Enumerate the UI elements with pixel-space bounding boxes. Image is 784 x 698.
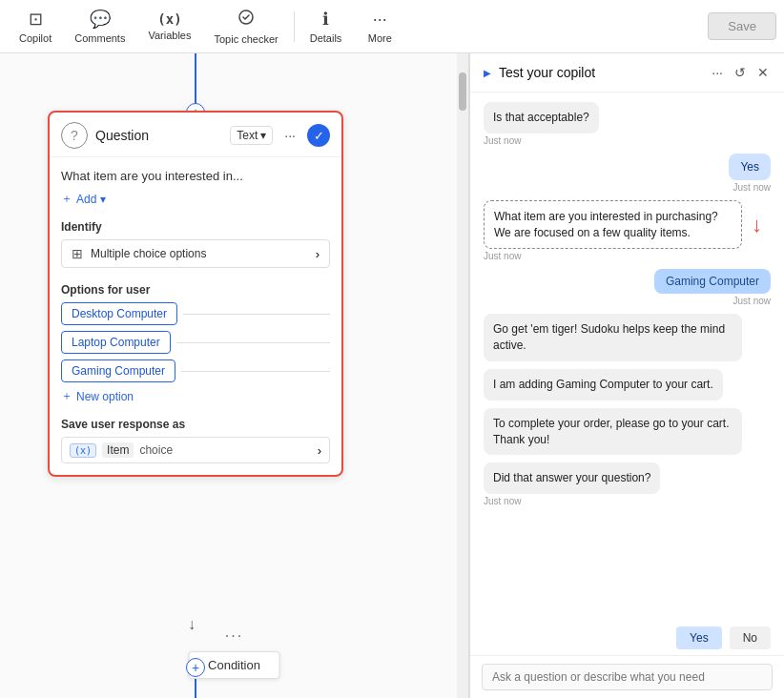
option-laptop[interactable]: Laptop Computer <box>61 331 171 354</box>
canvas-arrow-down: ↓ <box>188 616 196 633</box>
new-option-button[interactable]: ＋ New option <box>61 388 330 404</box>
chat-message-2: Yes Just now <box>729 154 771 193</box>
option-gaming[interactable]: Gaming Computer <box>61 359 175 382</box>
toolbar-more-label: More <box>368 32 392 44</box>
copilot-menu-button[interactable]: ··· <box>710 63 725 82</box>
option-desktop[interactable]: Desktop Computer <box>61 302 177 325</box>
topic-checker-icon <box>237 9 255 31</box>
toolbar-details-label: Details <box>310 32 342 44</box>
add-button[interactable]: ＋ Add ▾ <box>61 191 330 207</box>
chat-message-7: To complete your order, please go to you… <box>484 408 742 456</box>
add-label: Add <box>76 193 96 206</box>
chat-timestamp-4: Just now <box>654 296 771 306</box>
chat-message-5: Go get 'em tiger! Sudoku helps keep the … <box>484 314 742 361</box>
condition-label: Condition <box>208 658 260 672</box>
question-title: Question <box>95 128 222 143</box>
canvas-scrollbar[interactable] <box>457 53 468 698</box>
question-more-button[interactable]: ··· <box>280 126 299 145</box>
question-card: ? Question Text ▾ ··· ✓ What item are yo… <box>48 111 343 477</box>
chat-bubble-8: Did that answer your question? <box>484 462 660 494</box>
toolbar-copilot-label: Copilot <box>19 32 52 44</box>
save-response-section: Save user response as (x) Item choice › <box>61 418 330 463</box>
copilot-header: ▶ Test your copilot ··· ↺ ✕ <box>470 53 784 92</box>
toolbar-divider <box>294 11 295 42</box>
chat-bubble-1: Is that acceptable? <box>484 102 599 133</box>
question-type-button[interactable]: Text ▾ <box>230 126 273 145</box>
toolbar: ⊡ Copilot 💬 Comments (x) Variables Topic… <box>0 0 784 53</box>
main-area: + ? Question Text ▾ ··· ✓ What item are … <box>0 53 784 698</box>
chat-timestamp-2: Just now <box>729 182 771 193</box>
toolbar-comments[interactable]: 💬 Comments <box>63 5 136 48</box>
copilot-header-actions: ··· ↺ ✕ <box>710 63 771 82</box>
copilot-refresh-button[interactable]: ↺ <box>732 63 748 82</box>
add-node-bottom-button[interactable]: + <box>186 658 205 677</box>
copilot-icon: ⊡ <box>29 9 43 30</box>
add-chevron-icon: ▾ <box>100 193 106 206</box>
question-card-header: ? Question Text ▾ ··· ✓ <box>50 113 341 157</box>
identify-section-label: Identify <box>61 220 330 234</box>
connector-top <box>195 53 196 111</box>
no-button[interactable]: No <box>730 626 771 649</box>
option-item-3: Gaming Computer <box>61 359 330 382</box>
option-line-1 <box>183 314 330 315</box>
identify-inner: ⊞ Multiple choice options <box>72 246 206 261</box>
option-line-2 <box>176 342 330 343</box>
add-node-bottom-icon: + <box>192 660 199 675</box>
yes-button[interactable]: Yes <box>676 626 722 649</box>
option-item-1: Desktop Computer <box>61 302 330 325</box>
question-check-icon: ✓ <box>307 124 330 147</box>
canvas-scrollbar-thumb <box>459 72 466 111</box>
question-text: What item are you interested in... <box>61 169 330 183</box>
red-arrow-icon: ↓ <box>752 210 762 239</box>
item-tag: Item <box>102 442 134 458</box>
chat-bubble-2: Yes <box>729 154 771 180</box>
plus-icon: ＋ <box>61 191 72 207</box>
copilot-panel: ▶ Test your copilot ··· ↺ ✕ Is that acce… <box>469 53 784 698</box>
choice-tag: choice <box>139 443 173 457</box>
chat-message-8: Did that answer your question? Just now <box>484 462 660 506</box>
details-icon: ℹ <box>322 9 329 30</box>
chat-bubble-6: I am adding Gaming Computer to your cart… <box>484 369 723 400</box>
copilot-panel-title: Test your copilot <box>499 65 702 80</box>
identify-box[interactable]: ⊞ Multiple choice options › <box>61 239 330 268</box>
identify-chevron-icon: › <box>316 247 320 261</box>
multiple-choice-label: Multiple choice options <box>91 247 206 260</box>
chat-messages: Is that acceptable? Just now Yes Just no… <box>470 92 784 619</box>
comments-icon: 💬 <box>90 9 111 30</box>
variable-icon: (x) <box>70 443 96 458</box>
question-icon: ? <box>61 122 88 149</box>
save-response-chevron-icon: › <box>318 443 321 458</box>
save-response-label: Save user response as <box>61 418 330 431</box>
toolbar-comments-label: Comments <box>74 32 125 44</box>
new-option-label: New option <box>76 390 134 403</box>
chat-input[interactable] <box>482 664 773 690</box>
chat-bubble-4: Gaming Computer <box>654 269 771 294</box>
save-response-inner: (x) Item choice <box>70 442 173 458</box>
question-type-label: Text <box>237 129 258 142</box>
copilot-collapse-icon[interactable]: ▶ <box>484 68 491 78</box>
chat-timestamp-1: Just now <box>484 135 599 146</box>
chat-bubble-3: What item are you interested in purchasi… <box>484 200 742 250</box>
option-line-3 <box>181 371 330 372</box>
toolbar-topic-checker-label: Topic checker <box>214 33 278 45</box>
toolbar-more[interactable]: ··· More <box>353 6 406 48</box>
option-item-2: Laptop Computer <box>61 331 330 354</box>
chat-message-4: Gaming Computer Just now <box>654 269 771 306</box>
chat-yn-row: Yes No <box>470 619 784 655</box>
chat-message-6: I am adding Gaming Computer to your cart… <box>484 369 723 400</box>
new-option-plus-icon: ＋ <box>61 388 72 404</box>
chat-timestamp-3: Just now <box>484 251 742 261</box>
toolbar-copilot[interactable]: ⊡ Copilot <box>8 5 63 48</box>
copilot-close-button[interactable]: ✕ <box>755 63 771 82</box>
more-dots: ··· <box>225 627 243 645</box>
toolbar-variables[interactable]: (x) Variables <box>136 8 202 45</box>
toolbar-topic-checker[interactable]: Topic checker <box>202 5 289 49</box>
toolbar-variables-label: Variables <box>148 30 191 41</box>
chat-message-1: Is that acceptable? Just now <box>484 102 599 146</box>
question-body: What item are you interested in... ＋ Add… <box>50 157 341 475</box>
chevron-down-icon: ▾ <box>260 129 266 142</box>
save-button[interactable]: Save <box>708 12 776 40</box>
chat-message-3: What item are you interested in purchasi… <box>484 200 742 262</box>
save-response-box[interactable]: (x) Item choice › <box>61 437 330 463</box>
toolbar-details[interactable]: ℹ Details <box>299 5 354 48</box>
